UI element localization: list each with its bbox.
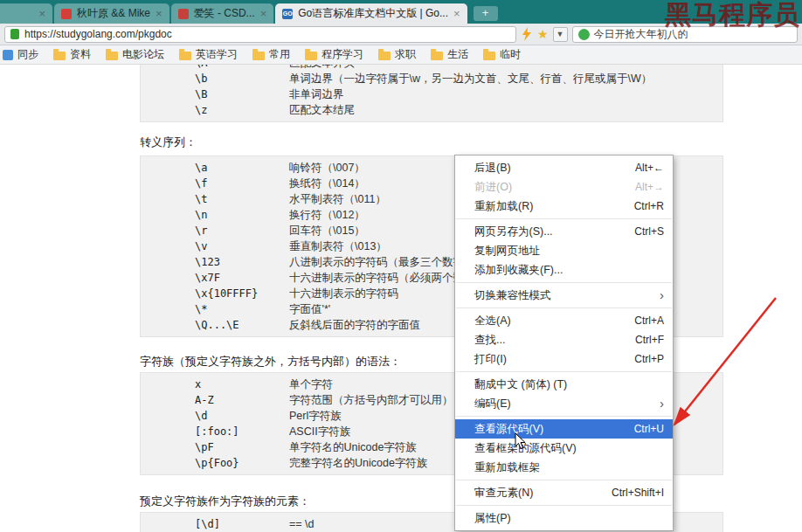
lightning-icon[interactable] bbox=[521, 27, 533, 41]
menu-item-shortcut: Ctrl+A bbox=[634, 314, 664, 327]
doc-row-desc: 匹配文本开头 bbox=[289, 65, 355, 71]
bookmarks-bar: 同步 资料 电影论坛 英语学习 常用 程 bbox=[0, 45, 802, 65]
bookmark-item[interactable]: 求职 bbox=[378, 47, 416, 62]
menu-item-shortcut bbox=[660, 397, 664, 411]
bookmark-item[interactable]: 生活 bbox=[431, 47, 468, 62]
bookmark-item[interactable]: 临时 bbox=[483, 47, 521, 62]
menu-item-label: 重新加载(R) bbox=[474, 199, 533, 214]
tab-close-icon[interactable]: × bbox=[156, 8, 162, 19]
context-menu-item[interactable]: 查找... Ctrl+F bbox=[455, 330, 673, 349]
doc-row-code: \x7F bbox=[195, 270, 220, 286]
bookmark-item[interactable]: 程序学习 bbox=[305, 47, 363, 62]
bookmark-item[interactable]: 英语学习 bbox=[179, 47, 238, 62]
doc-row-code: \p{Foo} bbox=[195, 455, 239, 471]
context-menu-item[interactable]: 翻成中文 (简体) (T) bbox=[455, 375, 673, 394]
folder-icon bbox=[3, 50, 13, 60]
tab-favicon-icon: GO bbox=[282, 9, 293, 19]
context-menu-item[interactable]: 重新加载框架 bbox=[455, 458, 673, 477]
bookmark-label: 生活 bbox=[447, 47, 468, 62]
doc-row-code: \A bbox=[195, 65, 207, 71]
context-menu-item[interactable]: 编码(E) bbox=[455, 394, 673, 413]
bookmark-item[interactable]: 常用 bbox=[252, 47, 290, 62]
doc-row-code: \n bbox=[195, 207, 207, 223]
new-tab-button[interactable]: + bbox=[474, 6, 498, 21]
folder-icon bbox=[431, 52, 443, 60]
doc-table-boundaries: \A 匹配文本开头 \b 单词边界（一边字符属于\w，另一边为文首、文尾、行首、… bbox=[140, 65, 723, 122]
menu-item-label: 属性(P) bbox=[474, 511, 511, 526]
doc-row-desc: 完整字符名的Unicode字符族 bbox=[289, 455, 427, 471]
doc-row-code: \pF bbox=[195, 439, 214, 455]
menu-item-shortcut bbox=[660, 288, 664, 302]
context-menu-item[interactable]: 切换兼容性模式 bbox=[455, 286, 673, 305]
doc-row-code: \r bbox=[195, 223, 207, 238]
tab-close-icon[interactable]: × bbox=[38, 8, 45, 19]
browser-tab[interactable]: 秋叶原 && Mike × bbox=[54, 3, 169, 24]
menu-item-label: 审查元素(N) bbox=[474, 486, 533, 501]
menu-item-label: 后退(B) bbox=[474, 161, 511, 176]
context-menu-item bbox=[456, 416, 672, 417]
context-menu-item bbox=[456, 480, 672, 480]
browser-tab[interactable]: 爱笑 - CSD... × bbox=[171, 3, 274, 24]
context-menu-item[interactable]: 后退(B) Alt+← bbox=[455, 158, 673, 177]
bookmark-label: 常用 bbox=[269, 47, 290, 62]
menu-item-shortcut: Alt+← bbox=[635, 162, 664, 174]
context-menu-item bbox=[456, 307, 672, 308]
bookmark-star-icon[interactable]: ★ bbox=[537, 28, 549, 40]
doc-row-desc: ASCII字符族 bbox=[289, 424, 350, 439]
context-menu-item[interactable]: 查看源代码(V) Ctrl+U bbox=[455, 419, 673, 439]
folder-icon bbox=[378, 52, 391, 60]
bookmark-label: 求职 bbox=[395, 47, 416, 62]
menu-item-label: 切换兼容性模式 bbox=[474, 288, 551, 303]
page-content: \A 匹配文本开头 \b 单词边界（一边字符属于\w，另一边为文首、文尾、行首、… bbox=[0, 65, 802, 532]
menu-item-shortcut: Ctrl+R bbox=[634, 200, 664, 212]
address-bar-input[interactable]: https://studygolang.com/pkgdoc bbox=[4, 26, 516, 43]
section-heading-escape: 转义序列： bbox=[140, 135, 197, 150]
doc-row-desc: 字符范围（方括号内部才可以用） bbox=[289, 392, 453, 408]
tab-title: 爱笑 - CSD... bbox=[194, 6, 255, 21]
context-menu-item[interactable]: 全选(A) Ctrl+A bbox=[455, 311, 673, 330]
menu-item-shortcut: Ctrl+P bbox=[634, 353, 664, 365]
doc-row-code: \d bbox=[195, 408, 207, 424]
doc-row-desc: Perl字符族 bbox=[289, 408, 342, 424]
context-menu-item[interactable]: 查看框架的源代码(V) bbox=[455, 439, 673, 458]
context-menu-item[interactable]: 打印(I) Ctrl+P bbox=[455, 349, 673, 369]
secure-page-icon bbox=[10, 29, 19, 39]
tab-close-icon[interactable]: × bbox=[260, 8, 267, 19]
tab-favicon-icon bbox=[61, 9, 72, 19]
toolbar-dropdown-button[interactable]: ▼ bbox=[553, 27, 568, 42]
menu-item-label: 查找... bbox=[474, 333, 505, 348]
doc-row-code: \Q...\E bbox=[195, 317, 239, 333]
context-menu-item[interactable]: 属性(P) bbox=[455, 508, 673, 528]
browser-tab[interactable]: GO Go语言标准库文档中文版 | Go... × bbox=[275, 3, 467, 24]
context-menu-item[interactable]: 网页另存为(S)... Ctrl+S bbox=[455, 222, 673, 241]
folder-icon bbox=[305, 52, 317, 60]
menu-item-shortcut: Ctrl+U bbox=[634, 423, 664, 435]
tab-close-icon[interactable]: × bbox=[453, 8, 460, 19]
context-menu-item[interactable]: 审查元素(N) Ctrl+Shift+I bbox=[455, 483, 673, 502]
bookmark-item[interactable]: 同步 bbox=[3, 47, 38, 62]
doc-row-desc: == \d bbox=[289, 516, 315, 532]
context-menu-item[interactable]: 重新加载(R) Ctrl+R bbox=[455, 197, 673, 216]
doc-row-code: \123 bbox=[195, 254, 220, 270]
doc-row-code: \v bbox=[195, 238, 207, 254]
section-heading-predefined: 预定义字符族作为字符族的元素： bbox=[140, 494, 310, 509]
context-menu-item[interactable]: 前进(O) Alt+→ bbox=[455, 177, 673, 197]
menu-item-shortcut: Ctrl+Shift+I bbox=[612, 487, 664, 499]
bookmark-label: 同步 bbox=[17, 47, 38, 62]
bookmark-item[interactable]: 资料 bbox=[53, 47, 91, 62]
doc-row-desc: 单个字符 bbox=[289, 377, 333, 392]
bookmark-label: 英语学习 bbox=[196, 47, 238, 62]
search-box[interactable]: 今日开抢大年初八的 bbox=[572, 26, 798, 43]
tab-title: 秋叶原 && Mike bbox=[77, 6, 150, 21]
doc-row-code: A-Z bbox=[195, 392, 214, 408]
tab-bar: × 秋叶原 && Mike × 爱笑 - CSD... × GO Go语言标准库… bbox=[0, 0, 802, 24]
search-engine-icon bbox=[578, 29, 590, 40]
menu-item-shortcut: Ctrl+F bbox=[635, 334, 664, 346]
context-menu-item[interactable]: 添加到收藏夹(F)... bbox=[455, 260, 673, 280]
browser-tab[interactable]: × bbox=[0, 3, 52, 24]
context-menu-item[interactable]: 复制网页地址 bbox=[455, 241, 673, 260]
context-menu-item bbox=[456, 218, 672, 219]
bookmark-item[interactable]: 电影论坛 bbox=[106, 47, 164, 62]
doc-row-code: \t bbox=[195, 191, 207, 207]
menu-item-shortcut: Ctrl+S bbox=[634, 225, 664, 238]
